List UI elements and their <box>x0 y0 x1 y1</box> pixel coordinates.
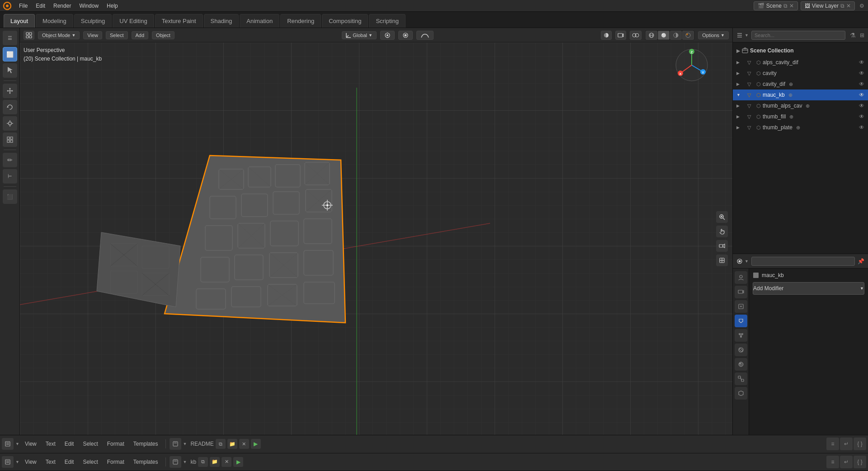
object-data-icon[interactable] <box>735 387 747 400</box>
add-menu-btn[interactable]: Add <box>132 31 149 39</box>
outliner-filter-icon[interactable]: ⚗ <box>848 32 857 39</box>
view-layer-close-icon[interactable]: ✕ <box>846 3 851 9</box>
readme-format-menu[interactable]: Format <box>104 439 128 448</box>
rendered-mode-btn[interactable] <box>682 31 694 40</box>
kb-close-btn[interactable]: ✕ <box>222 457 231 467</box>
readme-edit-menu[interactable]: Edit <box>61 439 78 448</box>
output-props-icon[interactable] <box>735 300 747 313</box>
outliner-item-thumb-plate[interactable]: ▶ ▽ ⬡ thumb_plate ⊕ 👁 <box>733 122 868 133</box>
add-cube-btn[interactable]: ⬛ <box>3 189 17 204</box>
menu-window[interactable]: Window <box>75 2 102 10</box>
kb-edit-menu[interactable]: Edit <box>61 457 78 466</box>
scene-close-icon[interactable]: ✕ <box>789 3 794 9</box>
tab-animation[interactable]: Animation <box>240 14 279 28</box>
render-props-icon[interactable] <box>735 286 747 298</box>
transform-tool-btn[interactable] <box>3 132 17 147</box>
annotate-tool-btn[interactable]: ✏ <box>3 153 17 167</box>
transform-orientation-btn[interactable]: Global ▼ <box>342 31 377 39</box>
wireframe-mode-btn[interactable] <box>646 31 657 40</box>
tab-shading[interactable]: Shading <box>204 14 239 28</box>
visibility-icon[interactable]: 👁 <box>859 92 864 98</box>
camera-ortho-btn[interactable] <box>716 254 728 266</box>
readme-editor-type-icon[interactable] <box>2 438 14 450</box>
tab-compositing[interactable]: Compositing <box>322 14 368 28</box>
object-mode-btn[interactable]: Object Mode ▼ <box>38 31 80 39</box>
select-box-tool-btn[interactable]: ⬜ <box>3 47 17 61</box>
tab-rendering[interactable]: Rendering <box>280 14 321 28</box>
readme-text-menu[interactable]: Text <box>42 439 59 448</box>
visibility-icon[interactable]: 👁 <box>859 103 864 109</box>
view-layer-selector[interactable]: 🖼 View Layer ⧉ ✕ <box>801 1 855 10</box>
menu-help[interactable]: Help <box>103 2 122 10</box>
outliner-item-alps-cavity-dif[interactable]: ▶ ▽ ⬡ alps_cavity_dif 👁 <box>733 57 868 68</box>
readme-view-menu[interactable]: View <box>21 439 40 448</box>
lookdev-mode-btn[interactable] <box>670 31 682 40</box>
properties-search-input[interactable] <box>751 257 855 266</box>
kb-view-menu[interactable]: View <box>21 457 40 466</box>
readme-select-menu[interactable]: Select <box>79 439 101 448</box>
visibility-icon[interactable]: 👁 <box>859 113 864 120</box>
camera-fly-btn[interactable] <box>716 240 728 252</box>
object-constraint-icon[interactable] <box>735 372 747 385</box>
kb-wordwrap-btn[interactable]: ↵ <box>840 456 853 468</box>
kb-file-type-icon[interactable] <box>170 456 181 468</box>
tab-layout[interactable]: Layout <box>4 14 35 28</box>
visibility-icon[interactable]: 👁 <box>859 59 864 66</box>
rotate-tool-btn[interactable] <box>3 100 17 114</box>
add-modifier-btn[interactable]: Add Modifier ▼ <box>753 282 864 295</box>
snap-btn[interactable] <box>380 31 395 40</box>
outliner-mode-icon[interactable]: ▼ <box>736 32 749 38</box>
proportional-edit-btn[interactable] <box>398 31 413 40</box>
readme-editor-dropdown-icon[interactable]: ▼ <box>15 442 19 446</box>
navigation-gizmo[interactable]: Z Y X <box>674 47 710 83</box>
kb-file-dropdown[interactable]: ▼ <box>183 460 187 464</box>
select-cursor-btn[interactable] <box>3 63 17 78</box>
menu-file[interactable]: File <box>15 2 31 10</box>
camera-view-btn[interactable] <box>615 31 626 40</box>
readme-run-btn[interactable]: ▶ <box>251 439 261 449</box>
tab-scripting[interactable]: Scripting <box>369 14 406 28</box>
outliner-search-input[interactable] <box>751 31 845 40</box>
view-menu-btn[interactable]: View <box>83 31 102 39</box>
readme-templates-menu[interactable]: Templates <box>130 439 162 448</box>
kb-editor-type-icon[interactable] <box>2 456 14 468</box>
kb-format-menu[interactable]: Format <box>104 457 128 466</box>
readme-wordwrap-btn[interactable]: ↵ <box>840 438 853 450</box>
visibility-icon[interactable]: 👁 <box>859 124 864 131</box>
visibility-icon[interactable]: 👁 <box>859 70 864 76</box>
object-menu-btn[interactable]: Object <box>152 31 175 39</box>
tab-sculpting[interactable]: Sculpting <box>74 14 112 28</box>
grab-tool-btn[interactable] <box>716 226 728 237</box>
readme-file-type-icon[interactable] <box>170 438 181 450</box>
tab-uv-editing[interactable]: UV Editing <box>113 14 154 28</box>
menu-render[interactable]: Render <box>50 2 75 10</box>
select-menu-btn[interactable]: Select <box>106 31 128 39</box>
solid-mode-btn[interactable] <box>658 31 670 40</box>
viewport-options-btn[interactable]: Options ▼ <box>698 31 729 39</box>
kb-linenos-btn[interactable]: ≡ <box>826 456 839 468</box>
kb-editor-dropdown-icon[interactable]: ▼ <box>15 460 19 464</box>
move-tool-btn[interactable] <box>3 84 17 98</box>
readme-syntax-btn[interactable]: { } <box>854 438 866 450</box>
view-mode-icon-btn[interactable] <box>24 31 34 40</box>
readme-close-btn[interactable]: ✕ <box>239 439 249 449</box>
scene-props-icon[interactable] <box>735 271 747 284</box>
kb-templates-menu[interactable]: Templates <box>130 457 162 466</box>
filter-icon[interactable]: ⚙ <box>858 2 866 10</box>
readme-folder-btn[interactable]: 📁 <box>227 439 237 449</box>
readme-linenos-btn[interactable]: ≡ <box>826 438 839 450</box>
outliner-item-cavity[interactable]: ▶ ▽ ⬡ cavity 👁 <box>733 68 868 79</box>
toolbar-menu-btn[interactable]: ☰ <box>3 31 17 45</box>
material-props-icon[interactable] <box>735 358 747 371</box>
outliner-item-mauc-kb[interactable]: ▼ ▽ ⬡ mauc_kb ⊕ 👁 <box>733 89 868 100</box>
outliner-item-thumb-alps-cav[interactable]: ▶ ▽ ⬡ thumb_alps_cav ⊕ 👁 <box>733 100 868 111</box>
outliner-item-thumb-fill[interactable]: ▶ ▽ ⬡ thumb_fill ⊕ 👁 <box>733 111 868 122</box>
viewport-canvas[interactable]: User Perspective (20) Scene Collection |… <box>20 42 732 435</box>
properties-pin-icon[interactable]: 📌 <box>858 258 864 264</box>
kb-folder-btn[interactable]: 📁 <box>210 457 220 467</box>
viewport-shading-icon[interactable] <box>601 31 612 40</box>
scale-tool-btn[interactable] <box>3 116 17 131</box>
outliner-item-cavity-dif[interactable]: ▶ ▽ ⬡ cavity_dif ⊕ 👁 <box>733 79 868 89</box>
physics-props-icon[interactable] <box>735 344 747 356</box>
tab-texture-paint[interactable]: Texture Paint <box>155 14 203 28</box>
